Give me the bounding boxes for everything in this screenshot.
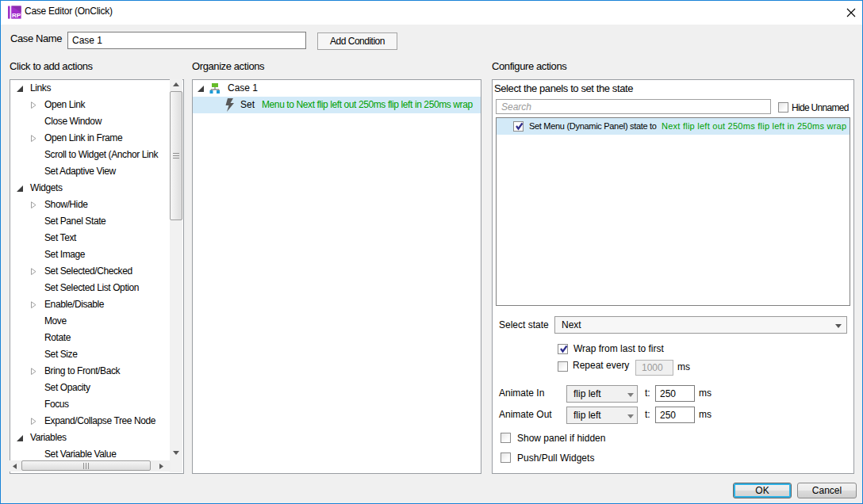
svg-text:RP: RP: [12, 12, 21, 19]
